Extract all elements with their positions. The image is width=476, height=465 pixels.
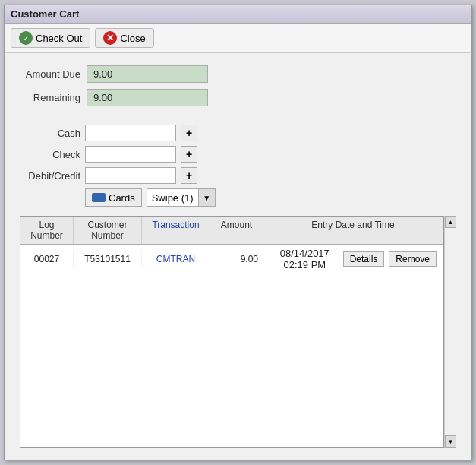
- window-title: Customer Cart: [11, 8, 79, 20]
- check-row: Check +: [20, 146, 456, 163]
- cards-button[interactable]: Cards: [85, 188, 142, 207]
- col-amount: Amount: [210, 217, 263, 244]
- debit-credit-row: Debit/Credit +: [20, 167, 456, 184]
- summary-section: Amount Due 9.00 Remaining 9.00: [20, 65, 456, 106]
- debit-credit-label: Debit/Credit: [20, 170, 80, 182]
- cell-log-number: 00027: [20, 251, 74, 267]
- scroll-down-arrow[interactable]: ▼: [445, 435, 457, 448]
- swipe-dropdown[interactable]: Swipe (1) ▼: [147, 188, 216, 207]
- card-icon: [92, 193, 106, 202]
- details-button[interactable]: Details: [343, 251, 385, 267]
- amount-due-label: Amount Due: [20, 68, 80, 80]
- close-label: Close: [120, 33, 145, 44]
- cash-label: Cash: [20, 128, 80, 139]
- swipe-text: Swipe (1): [147, 192, 198, 204]
- debit-credit-plus-button[interactable]: +: [181, 167, 197, 184]
- col-transaction: Transaction: [142, 217, 210, 244]
- cash-plus-button[interactable]: +: [181, 125, 197, 141]
- table-container: LogNumber Customer Number Transaction Am…: [20, 216, 456, 448]
- transaction-table: LogNumber Customer Number Transaction Am…: [20, 216, 444, 448]
- close-icon: ✕: [103, 31, 117, 45]
- remaining-value: 9.00: [87, 89, 208, 106]
- title-bar: Customer Cart: [5, 5, 471, 24]
- cards-row: Cards Swipe (1) ▼: [85, 188, 456, 207]
- check-input[interactable]: [85, 146, 176, 163]
- cell-customer-number: T53101511: [74, 251, 142, 267]
- checkout-icon: ✓: [19, 31, 33, 45]
- payment-section: Cash + Check + Debit/Credit + Cards: [20, 125, 456, 207]
- remove-button[interactable]: Remove: [389, 251, 437, 267]
- col-entry-date: Entry Date and Time: [263, 217, 443, 244]
- checkout-label: Check Out: [36, 33, 82, 44]
- close-button[interactable]: ✕ Close: [95, 28, 153, 48]
- remaining-row: Remaining 9.00: [20, 89, 456, 106]
- cell-amount: 9.00: [210, 251, 263, 267]
- content-area: Amount Due 9.00 Remaining 9.00 Cash + Ch…: [5, 53, 471, 460]
- cell-transaction: CMTRAN: [142, 251, 210, 267]
- checkout-button[interactable]: ✓ Check Out: [11, 28, 90, 48]
- table-header: LogNumber Customer Number Transaction Am…: [20, 217, 443, 245]
- scrollbar[interactable]: ▲ ▼: [444, 216, 456, 448]
- scroll-up-arrow[interactable]: ▲: [445, 216, 457, 228]
- entry-date-text: 08/14/2017 02:19 PM: [268, 248, 342, 270]
- toolbar: ✓ Check Out ✕ Close: [5, 24, 471, 53]
- swipe-dropdown-arrow[interactable]: ▼: [198, 189, 215, 206]
- cash-input[interactable]: [85, 125, 176, 141]
- check-plus-button[interactable]: +: [181, 146, 197, 163]
- col-log-number: LogNumber: [20, 217, 74, 244]
- amount-due-row: Amount Due 9.00: [20, 65, 456, 83]
- cards-label: Cards: [109, 192, 135, 204]
- table-body: 00027 T53101511 CMTRAN 9.00 08/14/2017 0…: [20, 245, 443, 447]
- col-customer-number: Customer Number: [74, 217, 142, 244]
- remaining-label: Remaining: [20, 92, 80, 103]
- cash-row: Cash +: [20, 125, 456, 141]
- check-label: Check: [20, 149, 80, 160]
- debit-credit-input[interactable]: [85, 167, 176, 184]
- cell-entry-date: 08/14/2017 02:19 PM Details Remove: [263, 245, 443, 274]
- amount-due-value: 9.00: [87, 65, 208, 83]
- customer-cart-window: Customer Cart ✓ Check Out ✕ Close Amount…: [4, 5, 472, 460]
- table-row: 00027 T53101511 CMTRAN 9.00 08/14/2017 0…: [20, 245, 443, 274]
